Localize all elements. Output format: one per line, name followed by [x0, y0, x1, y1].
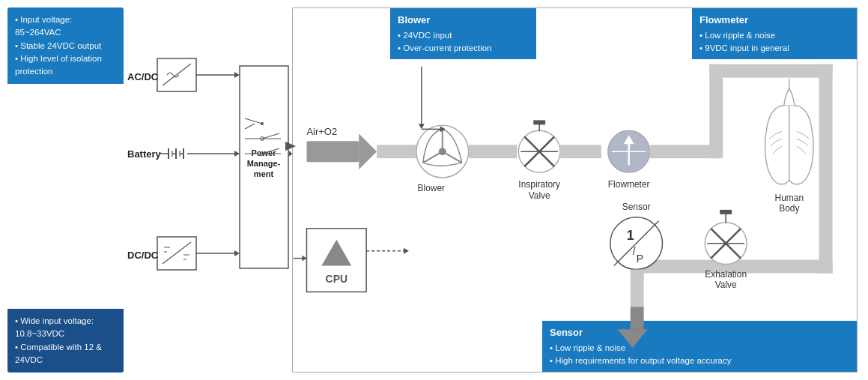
top-info-box: Input voltage: 85~264VAC Stable 24VDC ou… [7, 7, 124, 84]
svg-text:Flowmeter: Flowmeter [608, 179, 650, 190]
connector-arrow [285, 139, 297, 154]
svg-text:ment: ment [254, 169, 274, 178]
svg-marker-25 [234, 250, 240, 256]
svg-text:Valve: Valve [529, 190, 550, 201]
svg-rect-63 [709, 64, 723, 158]
bullet-4: Wide input voltage: 10.8~33VDC [15, 315, 116, 341]
svg-text:Sensor: Sensor [622, 202, 651, 212]
svg-marker-43 [359, 133, 377, 169]
svg-text:Blower: Blower [418, 183, 446, 193]
svg-text:Body: Body [779, 203, 799, 214]
main-diagram-svg: Air+O2 [293, 8, 857, 372]
svg-rect-44 [377, 145, 422, 158]
svg-point-49 [439, 148, 446, 155]
svg-rect-65 [819, 64, 833, 274]
svg-text:Inspiratory: Inspiratory [518, 179, 560, 190]
svg-rect-78 [631, 270, 644, 307]
svg-marker-16 [234, 151, 240, 157]
svg-rect-62 [650, 145, 717, 158]
svg-point-32 [261, 122, 264, 125]
svg-marker-95 [303, 256, 307, 262]
svg-rect-57 [560, 145, 601, 158]
svg-text:1: 1 [627, 228, 634, 243]
svg-text:DC/DC: DC/DC [127, 250, 159, 261]
svg-text:/: / [633, 245, 636, 257]
left-panel: Input voltage: 85~264VAC Stable 24VDC ou… [7, 7, 124, 373]
diagram-container: Input voltage: 85~264VAC Stable 24VDC ou… [0, 0, 868, 380]
svg-rect-64 [709, 64, 832, 78]
svg-text:AC/DC: AC/DC [127, 71, 159, 82]
svg-text:Human: Human [775, 193, 804, 203]
bullet-1: Input voltage: 85~264VAC [15, 13, 116, 40]
svg-rect-56 [533, 120, 545, 124]
svg-marker-99 [419, 124, 425, 129]
svg-marker-97 [404, 248, 409, 254]
svg-rect-79 [631, 307, 644, 329]
svg-text:Battery: Battery [127, 148, 162, 160]
svg-rect-50 [469, 145, 518, 158]
svg-text:CPU: CPU [326, 273, 347, 285]
bullet-5: Compatible with 12 & 24VDC [15, 341, 116, 367]
svg-text:P: P [637, 253, 643, 265]
bullet-2: Stable 24VDC output [15, 40, 116, 52]
svg-marker-4 [234, 72, 240, 78]
bottom-info-box: Wide input voltage: 10.8~33VDC Compatibl… [7, 309, 124, 373]
svg-text:Valve: Valve [715, 280, 737, 290]
svg-text:Exhalation: Exhalation [705, 269, 747, 280]
svg-rect-42 [306, 141, 359, 162]
svg-marker-80 [618, 329, 648, 348]
bullet-3: High level of isolation protection [15, 52, 116, 79]
svg-text:Manage-: Manage- [247, 159, 281, 168]
main-diagram: Blower 24VDC input Over-current protecti… [292, 7, 858, 373]
svg-rect-72 [720, 210, 732, 214]
svg-marker-102 [285, 142, 296, 151]
svg-text:Air+O2: Air+O2 [306, 126, 337, 137]
left-components-svg: AC/DC Battery DC/DC Power [124, 7, 292, 373]
